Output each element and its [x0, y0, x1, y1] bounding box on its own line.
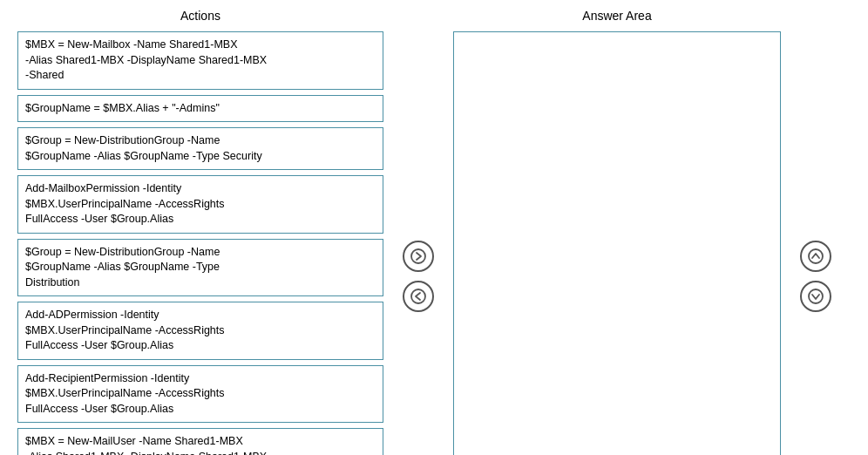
action-item-5[interactable]: $Group = New-DistributionGroup -Name $Gr… [17, 239, 383, 297]
move-up-button[interactable] [800, 241, 831, 272]
svg-point-2 [809, 249, 823, 263]
move-down-button[interactable] [800, 281, 831, 312]
move-right-button[interactable] [403, 241, 434, 272]
action-item-8[interactable]: $MBX = New-MailUser -Name Shared1-MBX -A… [17, 428, 383, 455]
horizontal-arrows [383, 9, 453, 455]
actions-header: Actions [17, 9, 383, 23]
answer-area[interactable] [453, 31, 781, 455]
move-left-button[interactable] [403, 281, 434, 312]
actions-list: $MBX = New-Mailbox -Name Shared1-MBX -Al… [17, 31, 383, 455]
action-item-4[interactable]: Add-MailboxPermission -Identity $MBX.Use… [17, 175, 383, 234]
action-item-6[interactable]: Add-ADPermission -Identity $MBX.UserPrin… [17, 302, 383, 360]
svg-point-0 [411, 249, 425, 263]
action-item-2[interactable]: $GroupName = $MBX.Alias + "-Admins" [17, 95, 383, 123]
action-item-3[interactable]: $Group = New-DistributionGroup -Name $Gr… [17, 127, 383, 170]
action-item-7[interactable]: Add-RecipientPermission -Identity $MBX.U… [17, 365, 383, 424]
vertical-arrows [781, 9, 851, 455]
action-item-1[interactable]: $MBX = New-Mailbox -Name Shared1-MBX -Al… [17, 31, 383, 90]
svg-point-3 [809, 289, 823, 303]
svg-point-1 [411, 289, 425, 303]
answer-area-header: Answer Area [453, 9, 781, 23]
